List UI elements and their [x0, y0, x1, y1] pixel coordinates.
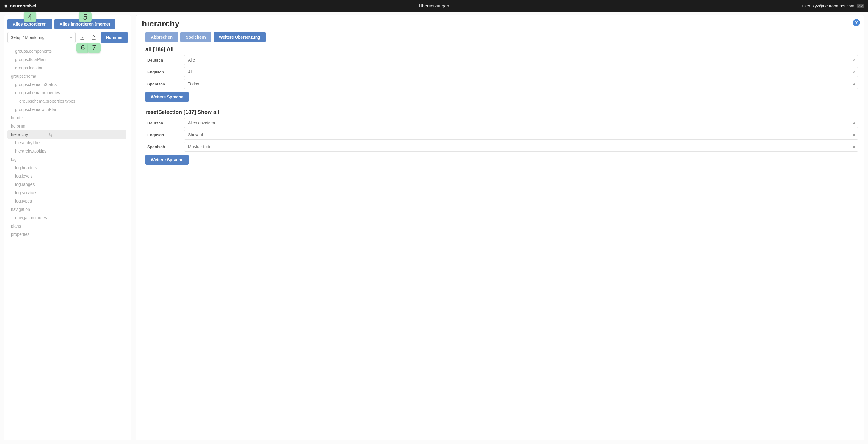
save-button[interactable]: Speichern — [180, 32, 211, 42]
translation-input[interactable] — [184, 55, 858, 65]
tree-item[interactable]: hierarchy.filter — [7, 138, 126, 147]
translation-row: Englisch× — [146, 130, 858, 140]
tree-item[interactable]: log — [7, 155, 126, 164]
upload-icon[interactable] — [89, 33, 98, 42]
tree-item[interactable]: groups.location — [7, 64, 126, 72]
brand-block[interactable]: neuroomNet — [4, 3, 36, 8]
clear-icon[interactable]: × — [852, 121, 855, 125]
content-area: Alles exportieren Alles importieren (mer… — [0, 11, 868, 444]
translation-input[interactable] — [184, 79, 858, 89]
tree-item[interactable]: hierarchy.tooltips — [7, 147, 126, 155]
module-select-value: Setup / Monitoring — [11, 35, 44, 40]
page-title: hierarchy — [142, 19, 858, 29]
left-panel: Alles exportieren Alles importieren (mer… — [4, 15, 131, 440]
translation-input-wrap: × — [184, 55, 858, 65]
section-heading: all [186] All — [146, 46, 858, 53]
topbar: neuroomNet Übersetzungen user_xyz@neuroo… — [0, 0, 868, 11]
tree-item[interactable]: log.services — [7, 189, 126, 197]
clear-icon[interactable]: × — [852, 82, 855, 86]
translation-input[interactable] — [184, 67, 858, 77]
tree-item[interactable]: log.headers — [7, 164, 126, 172]
tree-item[interactable]: hierarchy — [7, 130, 126, 138]
page-header-title: Übersetzungen — [419, 3, 449, 8]
clear-icon[interactable]: × — [852, 70, 855, 74]
brand-label: neuroomNet — [10, 3, 36, 8]
translation-input-wrap: × — [184, 130, 858, 140]
tree-item[interactable]: navigation.routes — [7, 214, 126, 222]
tree-item[interactable]: navigation — [7, 205, 126, 214]
more-translation-button[interactable]: Weitere Übersetzung — [214, 32, 266, 42]
clear-icon[interactable]: × — [852, 145, 855, 149]
translation-row: Deutsch× — [146, 118, 858, 128]
tree-item[interactable]: groupschema.properties.types — [7, 97, 126, 105]
tree-item[interactable]: groups.floorPlan — [7, 55, 126, 64]
tree-item[interactable]: groups.components — [7, 47, 126, 55]
translation-input-wrap: × — [184, 118, 858, 128]
language-label: Deutsch — [146, 121, 184, 125]
translation-row: Spanisch× — [146, 79, 858, 89]
download-icon[interactable] — [78, 33, 87, 42]
section-heading: resetSelection [187] Show all — [146, 109, 858, 116]
clear-icon[interactable]: × — [852, 58, 855, 62]
translation-input-wrap: × — [184, 141, 858, 152]
tree-item[interactable]: log.types — [7, 197, 126, 205]
translation-tree[interactable]: groups.componentsgroups.floorPlangroups.… — [7, 47, 128, 437]
tree-item[interactable]: groupschema.properties — [7, 89, 126, 97]
tree-item[interactable]: properties — [7, 230, 126, 239]
translation-input-wrap: × — [184, 79, 858, 89]
tree-item[interactable]: groupschema.inStatus — [7, 80, 126, 89]
home-icon — [4, 4, 8, 8]
language-badge[interactable]: A/A — [857, 4, 864, 8]
tree-item[interactable]: groupschema.withPlan — [7, 105, 126, 114]
more-language-button[interactable]: Weitere Sprache — [146, 92, 189, 102]
module-select[interactable]: Setup / Monitoring — [7, 32, 75, 43]
tree-item[interactable]: header — [7, 114, 126, 122]
tree-item[interactable]: groupschema — [7, 72, 126, 80]
cancel-button[interactable]: Abbrechen — [146, 32, 178, 42]
right-panel: ? hierarchy Abbrechen Speichern Weitere … — [136, 15, 864, 440]
nummer-button[interactable]: Nummer — [100, 32, 128, 42]
user-email[interactable]: user_xyz@neuroomnet.com — [802, 4, 854, 8]
translation-input[interactable] — [184, 141, 858, 152]
tree-item[interactable]: helpHtml — [7, 122, 126, 130]
language-label: Englisch — [146, 133, 184, 137]
clear-icon[interactable]: × — [852, 133, 855, 137]
language-label: Spanisch — [146, 82, 184, 86]
language-label: Deutsch — [146, 58, 184, 62]
chevron-down-icon — [70, 37, 72, 38]
tree-item[interactable]: plans — [7, 222, 126, 230]
export-all-button[interactable]: Alles exportieren — [7, 19, 52, 29]
language-label: Spanisch — [146, 145, 184, 149]
translation-input[interactable] — [184, 130, 858, 140]
import-all-button[interactable]: Alles importieren (merge) — [55, 19, 116, 29]
translation-input-wrap: × — [184, 67, 858, 77]
translation-row: Spanisch× — [146, 141, 858, 152]
tree-item[interactable]: log.ranges — [7, 180, 126, 189]
translation-row: Deutsch× — [146, 55, 858, 65]
more-language-button[interactable]: Weitere Sprache — [146, 155, 189, 165]
language-label: Englisch — [146, 70, 184, 74]
tree-item[interactable]: log.levels — [7, 172, 126, 180]
translation-row: Englisch× — [146, 67, 858, 77]
translation-input[interactable] — [184, 118, 858, 128]
help-icon[interactable]: ? — [853, 19, 860, 26]
